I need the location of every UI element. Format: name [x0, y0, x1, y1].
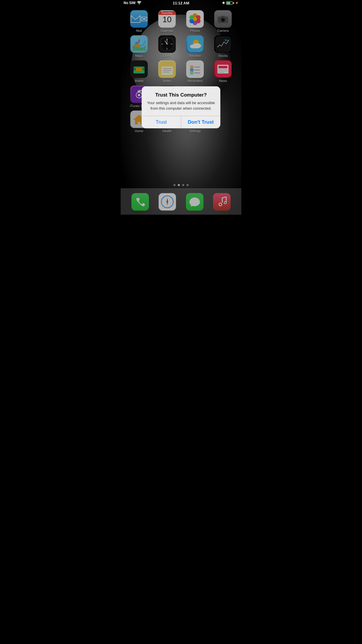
trust-button[interactable]: Trust: [142, 116, 181, 128]
alert-title: Trust This Computer?: [146, 92, 216, 98]
status-bar: No SIM 11:12 AM ✱ ⚡: [121, 0, 241, 6]
bluetooth-icon: ✱: [222, 1, 225, 5]
wifi-icon: [137, 1, 141, 5]
svg-point-0: [139, 4, 139, 4]
status-time: 11:12 AM: [173, 1, 189, 5]
alert-message: Your settings and data will be accessibl…: [146, 100, 216, 111]
charging-bolt: ⚡: [235, 1, 238, 4]
status-carrier-wifi: No SIM: [124, 1, 141, 5]
carrier-label: No SIM: [124, 1, 136, 5]
dont-trust-button[interactable]: Don't Trust: [181, 116, 221, 128]
alert-buttons: Trust Don't Trust: [142, 116, 220, 128]
alert-overlay: Trust This Computer? Your settings and d…: [121, 0, 241, 215]
status-right-icons: ✱ ⚡: [222, 1, 238, 5]
alert-content: Trust This Computer? Your settings and d…: [142, 86, 220, 116]
trust-dialog: Trust This Computer? Your settings and d…: [142, 86, 220, 128]
battery-indicator: [226, 1, 234, 5]
